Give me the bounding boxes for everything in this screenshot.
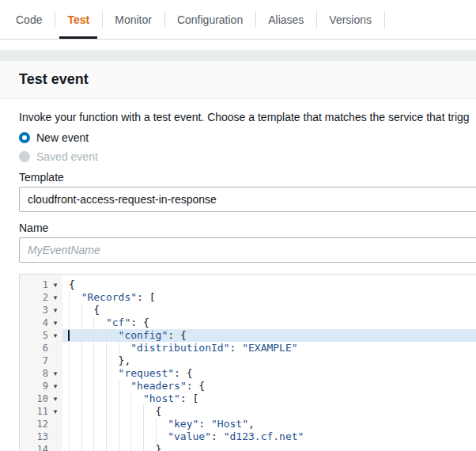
indent-guides [69,443,156,451]
tab-label: Test [67,13,89,26]
radio-saved-event: Saved event [19,150,476,163]
code-text[interactable]: { [62,279,476,291]
json-punctuation: : { [130,316,149,328]
code-line-1[interactable]: 1▾{ [20,279,476,291]
line-number: 11 [20,405,48,418]
code-line-2[interactable]: 2▾"Records": [ [20,291,476,304]
fold-toggle-icon[interactable]: ▾ [48,329,62,342]
tab-label: Configuration [177,13,243,26]
tab-versions[interactable]: Versions [316,0,384,39]
tab-label: Code [16,13,42,26]
tab-test[interactable]: Test [55,0,102,39]
section-divider-band [0,50,476,61]
json-string: "Host" [211,418,248,430]
fold-toggle-icon[interactable]: ▾ [48,392,62,405]
page-title: Test event [19,71,476,88]
code-line-10[interactable]: 10▾"host": [ [20,392,476,405]
template-select[interactable]: cloudfront-access-request-in-response [19,187,476,212]
tab-configuration[interactable]: Configuration [164,0,255,39]
indent-guides [69,329,119,342]
code-line-14[interactable]: 14} [20,443,476,451]
code-line-7[interactable]: 7}, [20,354,476,367]
spacer [0,40,476,50]
tab-aliases[interactable]: Aliases [255,0,316,39]
radio-button-icon [19,151,30,162]
code-text[interactable]: "host": [ [62,392,476,405]
code-text[interactable]: "Records": [ [62,291,476,304]
line-number: 10 [20,392,48,405]
indent-guides [69,380,130,392]
line-number: 8 [20,367,48,380]
fold-toggle-icon[interactable]: ▾ [48,304,62,316]
code-text[interactable]: "request": { [62,367,476,380]
code-editor-lines: 1▾{2▾"Records": [3▾{4▾"cf": {5▾"config":… [20,275,476,451]
fold-toggle-icon[interactable]: ▾ [48,380,62,392]
code-text[interactable]: "config": { [62,329,476,342]
code-editor[interactable]: 1▾{2▾"Records": [3▾{4▾"cf": {5▾"config":… [19,274,476,451]
json-string: "host" [143,392,180,404]
fold-spacer [48,418,62,430]
indent-guides [69,418,168,430]
json-punctuation: { [156,405,162,417]
radio-button-icon[interactable] [19,132,30,143]
line-number: 13 [20,430,48,443]
radio-label: Saved event [36,150,98,163]
panel-header: Test event [0,61,476,99]
code-line-9[interactable]: 9▾"headers": { [20,380,476,392]
json-punctuation: : { [187,380,205,392]
json-punctuation: : { [174,367,192,379]
json-punctuation: , [248,418,255,430]
json-punctuation: { [69,279,75,290]
fold-spacer [48,354,62,367]
code-text[interactable]: "value": "d123.cf.net" [62,430,476,443]
line-number: 9 [20,380,48,392]
event-name-input[interactable] [19,237,476,263]
json-string: "Records" [81,291,137,303]
tab-monitor[interactable]: Monitor [102,0,164,39]
line-number: 14 [20,443,48,451]
indent-guides [69,405,156,418]
code-line-5[interactable]: 5▾"config": { [20,329,476,342]
code-text[interactable]: "key": "Host", [62,418,476,430]
fold-toggle-icon[interactable]: ▾ [48,279,62,291]
json-string: "d123.cf.net" [224,430,304,442]
radio-new-event[interactable]: New event [19,131,476,144]
code-text[interactable]: { [62,405,476,418]
code-text[interactable]: { [62,304,476,316]
template-label: Template [19,171,476,184]
code-line-8[interactable]: 8▾"request": { [20,367,476,380]
indent-guides [69,342,130,354]
indent-guides [69,392,143,405]
line-number: 5 [20,329,48,342]
tab-label: Monitor [115,13,152,26]
line-number: 4 [20,316,48,329]
indent-guides [69,354,119,367]
test-event-panel: Invoke your function with a test event. … [0,99,476,451]
code-text[interactable]: }, [62,354,476,367]
template-select-value: cloudfront-access-request-in-response [28,193,217,206]
tab-code[interactable]: Code [3,0,55,39]
code-text[interactable]: } [62,443,476,451]
code-line-11[interactable]: 11▾{ [20,405,476,418]
json-punctuation: }, [119,354,131,366]
name-label: Name [19,222,476,234]
code-line-4[interactable]: 4▾"cf": { [20,316,476,329]
fold-spacer [48,342,62,354]
fold-toggle-icon[interactable]: ▾ [48,316,62,329]
code-line-13[interactable]: 13"value": "d123.cf.net" [20,430,476,443]
fold-toggle-icon[interactable]: ▾ [48,291,62,304]
code-line-12[interactable]: 12"key": "Host", [20,418,476,430]
code-line-3[interactable]: 3▾{ [20,304,476,316]
fold-toggle-icon[interactable]: ▾ [48,405,62,418]
fold-toggle-icon[interactable]: ▾ [48,367,62,380]
json-punctuation: : [230,342,243,354]
code-text[interactable]: "cf": { [62,316,476,329]
indent-guides [69,291,81,304]
fold-spacer [48,430,62,443]
code-line-6[interactable]: 6"distributionId": "EXAMPLE" [20,342,476,354]
code-text[interactable]: "headers": { [62,380,476,392]
line-number: 12 [20,418,48,430]
code-text[interactable]: "distributionId": "EXAMPLE" [62,342,476,354]
json-punctuation: : { [168,329,186,341]
line-number: 1 [20,279,48,291]
